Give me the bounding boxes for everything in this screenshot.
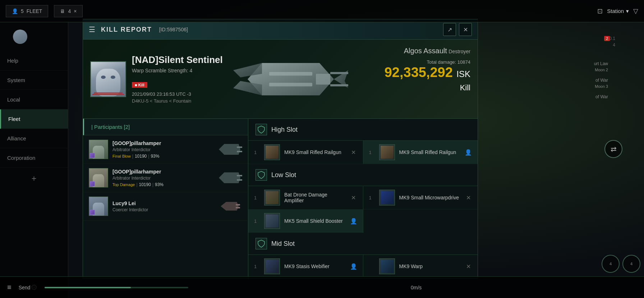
high-slot-label: High Slot xyxy=(271,126,298,134)
deco-circle-2: 4 xyxy=(622,255,640,273)
mid-slot-pair: 1 MK9 Stasis Webifier 👤 MK9 xyxy=(248,255,478,278)
participant-row[interactable]: [GOOP]pillarhamper Arbitrator Interdicto… xyxy=(83,164,248,192)
pilot-name: [NAD]Silent Sentinel xyxy=(132,54,223,66)
top-bar-left: 👤 5 FLEET 🖥 4 × xyxy=(0,5,83,17)
isk-display: 92,335,292 ISK xyxy=(385,65,470,80)
fleet-tab[interactable]: 👤 5 FLEET xyxy=(6,5,48,17)
monitor-count: 4 xyxy=(68,8,71,14)
faction-badge-2 xyxy=(90,181,95,186)
slot-icon xyxy=(379,190,395,206)
ship-type-display: Algos Assault Destroyer xyxy=(385,47,470,55)
svg-rect-7 xyxy=(330,72,348,74)
pilot-icon: 👤 xyxy=(465,149,472,156)
svg-rect-14 xyxy=(237,179,242,181)
slot-row: 1 MK9 Small Rifled Railgun ✕ xyxy=(248,141,363,164)
scroll-track[interactable] xyxy=(45,287,188,288)
close-window-button[interactable]: ✕ xyxy=(459,23,472,36)
scroll-thumb[interactable] xyxy=(45,287,131,288)
kill-location: D4KU-5 < Taurus < Fountain xyxy=(132,98,223,104)
fleet-label: FLEET xyxy=(27,8,42,14)
high-slot-header: High Slot xyxy=(248,119,478,141)
sidebar-local-label: Local xyxy=(7,96,20,103)
station-icon: ⊡ xyxy=(597,7,603,15)
station-dropdown[interactable]: Station ▾ xyxy=(607,8,629,14)
mid-slot-header: Mid Slot xyxy=(248,233,478,255)
mid-slot-left: 1 MK9 Stasis Webifier 👤 xyxy=(248,255,363,278)
kill-report-id: [ID:5987506] xyxy=(159,27,188,32)
svg-rect-6 xyxy=(316,74,330,85)
top-bar: 👤 5 FLEET 🖥 4 × ⊡ Station ▾ ▽ xyxy=(0,0,644,22)
slots-panel: High Slot 1 MK9 Small Rifled Railgun ✕ xyxy=(248,119,478,278)
station-label: Station xyxy=(607,8,624,14)
participants-header: | Participants [2] xyxy=(83,119,248,135)
sidebar-item-help[interactable]: Help xyxy=(0,51,68,71)
slot-icon xyxy=(379,258,395,274)
badge-2: 2 xyxy=(604,36,610,41)
mid-slot-label: Mid Slot xyxy=(271,240,295,248)
close-tab-button[interactable]: × xyxy=(74,8,77,14)
sidebar-alliance-label: Alliance xyxy=(7,135,26,141)
svg-marker-12 xyxy=(219,172,240,183)
fleet-count: 5 xyxy=(21,8,24,14)
kill-type-label: Kill xyxy=(385,83,470,92)
ship-svg xyxy=(233,52,348,106)
slot-row: 1 Bat Drone Damage Amplifier ✕ xyxy=(248,186,363,209)
slot-icon xyxy=(264,190,280,206)
kill-stats: Algos Assault Destroyer Total damage: 10… xyxy=(385,47,470,92)
svg-rect-17 xyxy=(236,207,240,208)
right-count-1: 4 xyxy=(561,42,615,48)
pilot-sub: Warp Scramble Strength: 4 xyxy=(132,68,223,73)
faction-badge-1 xyxy=(90,153,95,158)
slot-close-button[interactable]: ✕ xyxy=(465,194,472,201)
faction-badge-3 xyxy=(90,210,95,215)
chevron-down-icon: ▾ xyxy=(626,8,629,14)
pilot-info: [NAD]Silent Sentinel Warp Scramble Stren… xyxy=(132,54,223,104)
monitor-tab[interactable]: 🖥 4 × xyxy=(54,5,83,17)
kill-banner: [NAD]Silent Sentinel Warp Scramble Stren… xyxy=(83,40,478,119)
participant-portrait-1 xyxy=(89,140,108,159)
participant-row[interactable]: Lucy9 Lei Coercer Interdictor xyxy=(83,192,248,221)
sidebar-item-system[interactable]: System xyxy=(0,71,68,90)
slot-close-button[interactable]: ✕ xyxy=(350,149,357,156)
person-icon: 👤 xyxy=(12,8,18,14)
sidebar-item-fleet[interactable]: Fleet xyxy=(0,109,68,129)
low-slot-header: Low Slot xyxy=(248,164,478,186)
pilot-portrait xyxy=(90,61,126,97)
sidebar-item-local[interactable]: Local xyxy=(0,90,68,109)
filter-icon[interactable]: ▽ xyxy=(633,7,638,15)
participant-portrait-3 xyxy=(89,197,108,216)
right-labels: urt Law Moon 2 of War Moon 3 of War xyxy=(594,61,608,101)
header-actions: ↗ ✕ xyxy=(443,23,472,36)
kill-report-title: KILL REPORT xyxy=(101,26,152,33)
hamburger-icon[interactable]: ☰ xyxy=(89,25,95,34)
menu-button[interactable]: ≡ xyxy=(7,283,12,292)
slot-icon xyxy=(264,213,280,229)
corner-decoration: 4 4 xyxy=(602,255,640,273)
external-link-button[interactable]: ↗ xyxy=(443,23,456,36)
svg-marker-9 xyxy=(219,144,240,155)
sidebar-help-label: Help xyxy=(7,58,18,64)
sidebar-add-button[interactable]: + xyxy=(0,168,68,189)
participants-panel: | Participants [2] [GOOP]pillarhamper Ar… xyxy=(83,119,248,278)
low-slot-label: Low Slot xyxy=(271,171,296,179)
swap-button[interactable]: ⇄ xyxy=(604,140,622,158)
sidebar-fleet-label: Fleet xyxy=(8,116,20,122)
monitor-icon: 🖥 xyxy=(60,8,65,14)
participant-row[interactable]: [GOOP]pillarhamper Arbitrator Interdicto… xyxy=(83,135,248,164)
sidebar-item-alliance[interactable]: Alliance xyxy=(0,129,68,148)
participant-info-1: [GOOP]pillarhamper Arbitrator Interdicto… xyxy=(112,140,213,159)
slot-icon xyxy=(379,144,395,160)
slot-close-button[interactable]: ✕ xyxy=(350,194,357,201)
send-button[interactable]: Send xyxy=(12,285,38,290)
slot-close-button[interactable]: ✕ xyxy=(465,263,472,270)
slot-row: 1 MK9 Small Microwarpdrive ✕ xyxy=(363,186,478,209)
badge-counts: 2 xyxy=(604,36,610,41)
slot-row: 1 MK9 Stasis Webifier 👤 xyxy=(248,255,363,278)
low-slot-icon xyxy=(256,169,267,181)
left-sidebar: Help System Local Fleet Alliance Corpora… xyxy=(0,22,68,298)
participant-stats-1: Final Blow | 10190 | 93% xyxy=(112,154,213,159)
svg-rect-11 xyxy=(237,151,242,152)
svg-rect-5 xyxy=(269,83,312,86)
sidebar-corporation-label: Corporation xyxy=(7,155,35,161)
sidebar-item-corporation[interactable]: Corporation xyxy=(0,148,68,168)
